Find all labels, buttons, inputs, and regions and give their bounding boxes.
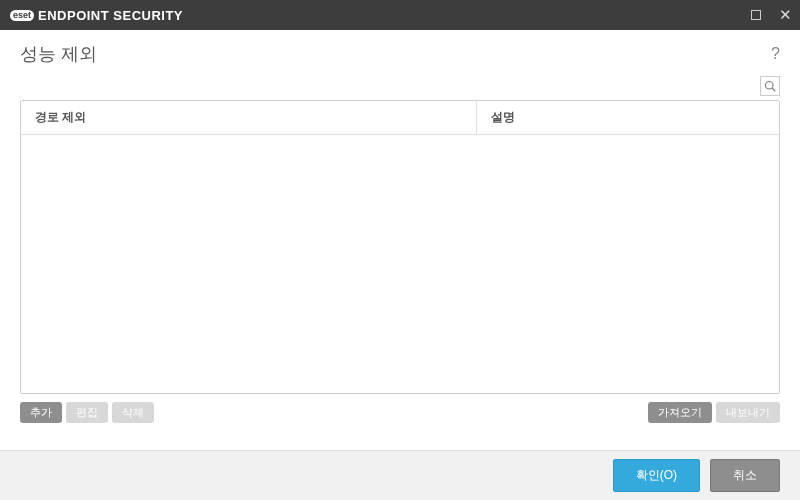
brand-logo: eset ENDPOINT SECURITY <box>10 8 183 23</box>
footer: 확인(O) 취소 <box>0 450 800 500</box>
content: 경로 제외 설명 추가 편집 삭제 가져오기 내보내기 <box>0 72 800 423</box>
column-path[interactable]: 경로 제외 <box>21 101 477 134</box>
search-row <box>20 76 780 96</box>
titlebar-left: eset ENDPOINT SECURITY <box>10 8 183 23</box>
action-left: 추가 편집 삭제 <box>20 402 154 423</box>
action-right: 가져오기 내보내기 <box>648 402 780 423</box>
column-description[interactable]: 설명 <box>477 101 779 134</box>
action-row: 추가 편집 삭제 가져오기 내보내기 <box>20 402 780 423</box>
subheader: 성능 제외 ? <box>0 30 800 72</box>
help-icon[interactable]: ? <box>771 45 780 63</box>
export-button: 내보내기 <box>716 402 780 423</box>
close-icon[interactable]: ✕ <box>779 6 792 24</box>
delete-button: 삭제 <box>112 402 154 423</box>
import-button[interactable]: 가져오기 <box>648 402 712 423</box>
add-button[interactable]: 추가 <box>20 402 62 423</box>
table-body[interactable] <box>21 135 779 393</box>
ok-button[interactable]: 확인(O) <box>613 459 700 492</box>
app-title: ENDPOINT SECURITY <box>38 8 183 23</box>
page-title: 성능 제외 <box>20 42 97 66</box>
table-header: 경로 제외 설명 <box>21 101 779 135</box>
exclusions-table: 경로 제외 설명 <box>20 100 780 394</box>
svg-point-0 <box>766 82 774 90</box>
window-controls: ✕ <box>751 6 792 24</box>
titlebar: eset ENDPOINT SECURITY ✕ <box>0 0 800 30</box>
brand-badge: eset <box>10 10 34 21</box>
svg-line-1 <box>772 88 775 91</box>
search-button[interactable] <box>760 76 780 96</box>
cancel-button[interactable]: 취소 <box>710 459 780 492</box>
maximize-icon[interactable] <box>751 10 761 20</box>
search-icon <box>764 80 776 92</box>
edit-button: 편집 <box>66 402 108 423</box>
